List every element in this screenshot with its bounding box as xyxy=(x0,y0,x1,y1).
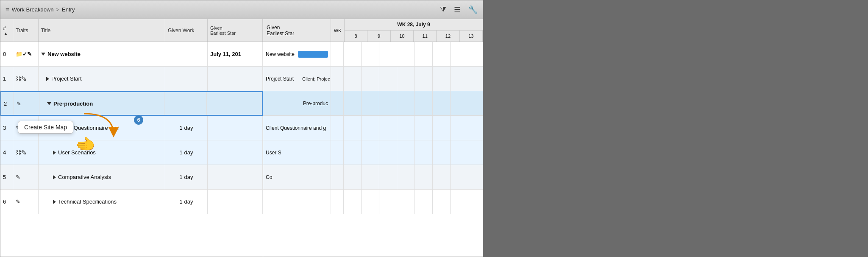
day-col-12: 12 xyxy=(437,31,459,42)
gantt-day-8 xyxy=(344,42,362,66)
left-panel: # ▲ Traits Title Given Work Given Earlie… xyxy=(0,19,263,257)
gantt-wk xyxy=(331,165,344,189)
table-row: 6 ✎ Technical Specifications 1 day xyxy=(0,190,263,214)
day-col-8: 8 xyxy=(345,31,367,42)
table-row: 3 ✎ Client Questionnaire and 1 day xyxy=(0,116,263,140)
gantt-row: Co xyxy=(263,165,483,190)
col-header-given-work: Given Work xyxy=(165,19,208,42)
cell-given-earliest xyxy=(208,165,263,189)
title-text: User Scenarios xyxy=(58,149,96,156)
gantt-day-12 xyxy=(415,42,433,66)
gantt-label-client-q: Client Questionnaire and g xyxy=(263,116,331,140)
gantt-header: Given Earliest Star WK WK 28, July 9 8 9… xyxy=(263,19,483,42)
gantt-day-9 xyxy=(362,42,379,66)
gantt-col-given-earliest: Given Earliest Star xyxy=(263,19,331,42)
gantt-wk xyxy=(331,116,344,140)
breadcrumb: ≡ Work Breakdown > Entry xyxy=(6,6,440,13)
right-panel: Given Earliest Star WK WK 28, July 9 8 9… xyxy=(263,19,483,257)
gantt-col-wk: WK xyxy=(331,19,345,42)
gantt-days xyxy=(344,165,483,189)
day-col-13: 13 xyxy=(460,31,483,42)
gantt-row: New website xyxy=(263,42,483,67)
title-text: Technical Specifications xyxy=(58,198,117,205)
expand-icon[interactable] xyxy=(53,126,56,130)
expand-icon[interactable] xyxy=(47,102,51,105)
cell-num: 0 xyxy=(0,42,13,66)
wk28-header: WK 28, July 9 xyxy=(345,19,483,31)
table-row[interactable]: 2 ✎ Pre-production xyxy=(0,91,263,116)
cell-num: 5 xyxy=(0,165,13,189)
table-row: 1 ⛓✎ Project Start xyxy=(0,67,263,91)
col-header-title: Title xyxy=(39,19,165,42)
gantt-bar xyxy=(298,51,328,58)
breadcrumb-separator: > xyxy=(56,6,60,13)
title-text: Comparative Analysis xyxy=(58,174,111,180)
title-text: Pre-production xyxy=(53,101,93,107)
gantt-label-tech-spec xyxy=(263,190,331,214)
col-header-given-earliest: Given Earliest Star xyxy=(208,19,263,42)
col-header-num[interactable]: # ▲ xyxy=(0,19,13,42)
cell-traits: ✎ xyxy=(13,190,39,214)
cell-title: User Scenarios xyxy=(39,140,165,165)
gantt-label-project-start: Project Start Client; Projec xyxy=(263,67,331,91)
sort-icon[interactable]: ☰ xyxy=(454,5,461,14)
toolbar: ≡ Work Breakdown > Entry ⧩ ☰ 🔧 xyxy=(0,0,483,19)
gantt-label-user-scenarios: User S xyxy=(263,140,331,165)
cell-title: Pre-production xyxy=(39,92,164,115)
cell-traits: ⛓✎ xyxy=(13,67,39,91)
day-col-10: 10 xyxy=(391,31,414,42)
gantt-label-new-website: New website xyxy=(263,42,331,66)
expand-icon[interactable] xyxy=(53,200,56,204)
gantt-days xyxy=(344,67,483,91)
gantt-wk xyxy=(331,91,344,115)
gantt-row: Client Questionnaire and g xyxy=(263,116,483,140)
gantt-days xyxy=(344,42,483,66)
expand-icon[interactable] xyxy=(53,151,56,155)
expand-icon[interactable] xyxy=(41,53,45,56)
cell-num: 6 xyxy=(0,190,13,214)
main-content: # ▲ Traits Title Given Work Given Earlie… xyxy=(0,19,483,257)
cell-given-work: 1 day xyxy=(165,190,208,214)
wk28-days: 8 9 10 11 12 13 xyxy=(345,31,483,42)
cell-num: 2 xyxy=(1,92,14,115)
expand-icon[interactable] xyxy=(46,77,49,81)
gantt-row: Project Start Client; Projec xyxy=(263,67,483,91)
cell-title: New website xyxy=(39,42,165,66)
wrench-icon[interactable]: 🔧 xyxy=(468,5,478,14)
cell-given-earliest xyxy=(208,190,263,214)
title-text: Client Questionnaire and xyxy=(58,125,119,131)
gantt-wk28-section: WK 28, July 9 8 9 10 11 12 13 xyxy=(345,19,483,42)
gantt-row: Pre-produc xyxy=(263,91,483,116)
cell-title: Project Start xyxy=(39,67,165,91)
cell-given-earliest xyxy=(208,116,263,140)
cell-traits: ✎ xyxy=(14,92,39,115)
breadcrumb-section: Entry xyxy=(62,6,75,13)
cell-title: Comparative Analysis xyxy=(39,165,165,189)
cell-given-work xyxy=(164,92,207,115)
gantt-wk xyxy=(331,190,344,214)
milestone-icon xyxy=(296,77,300,80)
gantt-days xyxy=(344,140,483,165)
gantt-days xyxy=(344,190,483,214)
gantt-row xyxy=(263,190,483,214)
gantt-day-11 xyxy=(397,42,415,66)
gantt-label-comparative: Co xyxy=(263,165,331,189)
gantt-wk xyxy=(331,42,344,66)
day-col-9: 9 xyxy=(367,31,390,42)
cell-given-earliest xyxy=(208,67,263,91)
app-name: Work Breakdown xyxy=(12,6,54,13)
gantt-days xyxy=(344,116,483,140)
cell-traits: ✎ xyxy=(13,165,39,189)
cell-given-work xyxy=(165,42,208,66)
table-row: 4 ⛓✎ User Scenarios 1 day xyxy=(0,140,263,165)
cell-title: Client Questionnaire and xyxy=(39,116,165,140)
day-col-11: 11 xyxy=(414,31,437,42)
col-header-traits: Traits xyxy=(13,19,39,42)
gantt-day-10 xyxy=(379,42,397,66)
gantt-days xyxy=(344,91,483,115)
filter-icon[interactable]: ⧩ xyxy=(440,5,446,14)
cell-given-earliest xyxy=(207,92,262,115)
cell-given-work xyxy=(165,67,208,91)
expand-icon[interactable] xyxy=(53,175,56,179)
cell-num: 4 xyxy=(0,140,13,165)
